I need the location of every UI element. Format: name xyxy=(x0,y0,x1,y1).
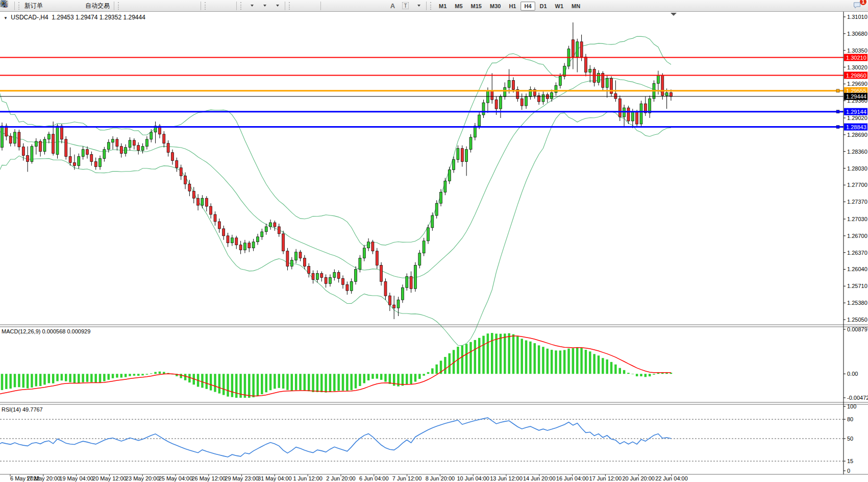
bear-candle xyxy=(39,141,42,152)
timeframe-m5-button[interactable]: M5 xyxy=(451,2,466,11)
bull-candle xyxy=(316,274,318,280)
line-handle[interactable] xyxy=(836,110,839,113)
bear-candle xyxy=(133,140,135,146)
collapse-triangle-icon[interactable]: ▼ xyxy=(4,16,8,20)
indicators-button[interactable] xyxy=(245,1,258,11)
timeframe-w1-button[interactable]: W1 xyxy=(552,2,567,11)
macd-name: MACD(12,26,9) xyxy=(2,328,40,334)
bollinger-middle-band xyxy=(0,78,671,278)
bollinger-upper-band xyxy=(0,36,671,246)
bull-candle xyxy=(423,241,425,253)
periods-button[interactable] xyxy=(258,1,270,11)
bear-candle xyxy=(235,238,238,245)
bull-candle xyxy=(295,252,297,260)
signals-button[interactable] xyxy=(71,1,84,11)
line-handle[interactable] xyxy=(836,126,839,129)
line-handle[interactable] xyxy=(836,89,839,92)
bear-candle xyxy=(73,163,76,166)
bear-candle xyxy=(90,155,93,162)
timeframe-m15-button[interactable]: M15 xyxy=(467,2,485,11)
macd-axis-label: -0.004725 xyxy=(847,395,868,401)
text-label-tool-button[interactable]: T xyxy=(399,1,412,11)
bear-candle xyxy=(286,251,289,267)
bear-candle xyxy=(303,258,306,267)
bull-candle xyxy=(444,181,447,192)
bull-candle xyxy=(665,92,668,95)
new-order-button[interactable]: 新订单 xyxy=(23,1,45,11)
price-axis-label: 1.29690 xyxy=(847,81,867,87)
price-axis-label: 1.25380 xyxy=(847,300,867,306)
trendline-tool-button[interactable] xyxy=(348,1,361,11)
bear-candle xyxy=(299,252,302,258)
bear-candle xyxy=(388,296,391,305)
price-axis-label: 1.27700 xyxy=(847,182,867,188)
bear-candle xyxy=(512,80,515,89)
bear-candle xyxy=(380,266,383,282)
zoom-in-button[interactable] xyxy=(161,1,173,11)
bull-candle xyxy=(129,140,131,148)
time-axis-label: 10 Jun 04:00 xyxy=(457,475,489,481)
timeframe-d1-button[interactable]: D1 xyxy=(536,2,551,11)
bear-candle xyxy=(205,198,208,206)
tile-windows-button[interactable] xyxy=(186,1,199,11)
time-axis-label: 13 Jun 12:00 xyxy=(490,475,523,481)
search-button[interactable] xyxy=(836,1,849,11)
horizontal-line-tool-button[interactable] xyxy=(335,1,348,11)
time-axis-label: 14 Jun 20:00 xyxy=(523,475,556,481)
rsi-indicator-label: RSI(14) 49.7767 xyxy=(2,406,43,413)
cursor-tool-button[interactable] xyxy=(293,1,306,11)
arrows-tool-button[interactable] xyxy=(412,1,425,11)
auto-trading-button[interactable]: 自动交易 xyxy=(84,1,112,11)
market-button[interactable] xyxy=(58,1,71,11)
text-tool-button[interactable]: A xyxy=(386,1,399,11)
auto-scroll-button[interactable] xyxy=(209,1,222,11)
bear-candle xyxy=(593,69,596,83)
chart-shift-button[interactable] xyxy=(222,1,235,11)
timeframe-mn-button[interactable]: MN xyxy=(568,2,584,11)
bear-candle xyxy=(337,273,340,279)
line-chart-mode-button[interactable] xyxy=(148,1,161,11)
bull-candle xyxy=(82,150,84,157)
toolbar-separator xyxy=(114,2,114,10)
fibonacci-tool-button[interactable]: F xyxy=(374,1,386,11)
timeframe-h1-button[interactable]: H1 xyxy=(505,2,519,11)
bull-candle xyxy=(525,97,528,106)
bull-candle xyxy=(418,253,421,266)
time-axis-label: 23 May 20:00 xyxy=(126,475,160,481)
bull-candle xyxy=(125,148,127,154)
bull-candle xyxy=(431,215,434,228)
quote-low: 1.29352 xyxy=(100,14,121,21)
candlestick-mode-button[interactable] xyxy=(135,1,148,11)
notifications-button[interactable]: 1 xyxy=(852,1,865,11)
bull-candle xyxy=(440,192,442,203)
bull-candle xyxy=(478,115,481,126)
time-axis-label: 20 Jun 20:00 xyxy=(622,475,655,481)
bear-candle xyxy=(218,222,220,229)
macd-signal-value: 0.000929 xyxy=(67,328,90,334)
vertical-line-tool-button[interactable] xyxy=(323,1,335,11)
zoom-out-button[interactable] xyxy=(173,1,186,11)
chart-shift-marker-icon[interactable] xyxy=(671,13,677,16)
chart-area[interactable]: 1.310101.306801.303501.300201.296901.293… xyxy=(0,0,868,482)
bull-candle xyxy=(631,112,634,121)
trading-platform-window: 新订单 自动交易 xyxy=(0,0,868,482)
timeframe-m1-button[interactable]: M1 xyxy=(435,2,450,11)
price-axis-label: 1.28360 xyxy=(847,149,867,155)
timeframe-h4-button[interactable]: H4 xyxy=(520,2,535,11)
price-axis-label: 1.28690 xyxy=(847,132,867,138)
deposit-button[interactable] xyxy=(45,1,58,11)
price-axis-label: 1.30350 xyxy=(847,47,867,54)
bull-candle xyxy=(14,132,16,143)
bear-candle xyxy=(274,223,276,227)
bear-candle xyxy=(585,57,587,73)
equidistant-channel-tool-button[interactable]: E xyxy=(361,1,374,11)
bear-candle xyxy=(27,156,29,162)
bull-candle xyxy=(78,157,80,166)
bollinger-lower-band xyxy=(0,112,671,346)
timeframe-m30-button[interactable]: M30 xyxy=(486,2,504,11)
time-axis-label: 20 May 12:00 xyxy=(92,475,127,481)
bull-candle xyxy=(482,103,485,115)
templates-button[interactable] xyxy=(270,1,283,11)
crosshair-tool-button[interactable] xyxy=(306,1,319,11)
bar-chart-mode-button[interactable] xyxy=(122,1,135,11)
